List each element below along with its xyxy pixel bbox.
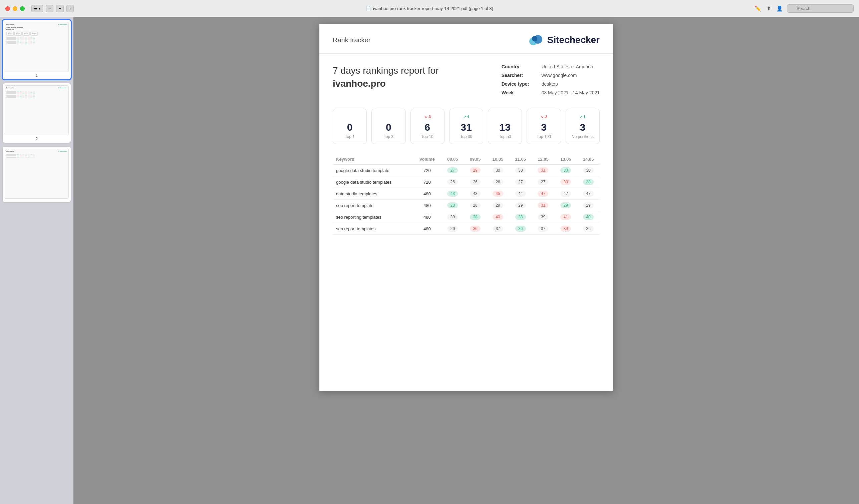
stat-card-top3: 0 Top 3 (372, 109, 406, 144)
week-value: 08 May 2021 - 14 May 2021 (542, 90, 600, 95)
zoom-in-button[interactable]: + (56, 5, 64, 12)
meta-searcher-row: Searcher: www.google.com (501, 73, 600, 78)
page-3-thumbnail: Rank tracker ✦ Sitechecker (5, 149, 69, 199)
cell-keyword: seo reporting templates (333, 211, 413, 223)
cell-value: 39 (554, 223, 577, 235)
close-button[interactable] (5, 6, 10, 11)
cell-keyword: data studio templates (333, 188, 413, 200)
profile-button[interactable]: 👤 (775, 4, 784, 13)
cell-value: 39 (532, 211, 555, 223)
col-1005: 10.05 (486, 154, 509, 165)
arrow-up-icon: ↗ (463, 115, 466, 119)
pdf-viewer[interactable]: Rank tracker Sitechecker 7 days (73, 17, 859, 504)
cell-value: 47 (554, 188, 577, 200)
cell-volume: 480 (413, 188, 441, 200)
meta-country-row: Country: United States of America (501, 64, 600, 69)
cell-value: 26 (441, 223, 464, 235)
col-0905: 09.05 (464, 154, 486, 165)
table-row: data studio templates48043434544474747 (333, 188, 600, 200)
cell-volume: 720 (413, 165, 441, 176)
pdf-page-1: Rank tracker Sitechecker 7 days (319, 24, 613, 391)
table-row: seo report template48028282929312929 (333, 200, 600, 211)
cell-value: 39 (577, 223, 600, 235)
stat-number-top100: 3 (531, 122, 556, 133)
cell-value: 28 (577, 176, 600, 188)
cell-keyword: google data studio template (333, 165, 413, 176)
arrow-up-icon-2: ↗ (580, 115, 583, 119)
stat-badge-value-nopos: 1 (583, 115, 585, 119)
cell-value: 30 (554, 165, 577, 176)
page-content: 7 days rankings report for ivanhoe.pro C… (319, 54, 613, 245)
report-meta: Country: United States of America Search… (501, 64, 600, 99)
toolbar-right: ✏️ ⬆ 👤 🔍 (753, 4, 854, 13)
searcher-label: Searcher: (501, 73, 535, 78)
cell-value: 30 (486, 165, 509, 176)
cell-keyword: seo report templates (333, 223, 413, 235)
cell-value: 40 (577, 211, 600, 223)
search-container: 🔍 (787, 4, 854, 13)
stat-number-top3: 0 (376, 122, 401, 133)
svg-point-2 (532, 36, 537, 41)
report-heading: 7 days rankings report for ivanhoe.pro (333, 64, 439, 90)
cell-value: 43 (464, 188, 486, 200)
report-heading-block: 7 days rankings report for ivanhoe.pro (333, 64, 439, 90)
sitechecker-logo-text: Sitechecker (547, 35, 600, 45)
stat-badge-top50 (492, 114, 517, 120)
maximize-button[interactable] (20, 6, 25, 11)
sidebar-page-num-1: 1 (5, 73, 69, 77)
cell-value: 45 (486, 188, 509, 200)
share-sheet-button[interactable]: ⬆ (765, 4, 772, 13)
stat-label-top50: Top 50 (492, 134, 517, 139)
stat-label-top3: Top 3 (376, 134, 401, 139)
cell-value: 43 (441, 188, 464, 200)
cell-value: 36 (509, 223, 532, 235)
device-value: desktop (542, 81, 558, 86)
cell-value: 30 (554, 176, 577, 188)
sitechecker-logo: Sitechecker (527, 33, 600, 47)
col-1205: 12.05 (532, 154, 555, 165)
cell-value: 29 (486, 200, 509, 211)
stat-badge-top3 (376, 114, 401, 120)
minimize-button[interactable] (13, 6, 17, 11)
cell-keyword: seo report template (333, 200, 413, 211)
sidebar-page-2[interactable]: Rank tracker ✦ Sitechecker (3, 83, 71, 143)
stat-number-top10: 6 (415, 122, 440, 133)
cell-volume: 720 (413, 176, 441, 188)
sidebar-page-1[interactable]: Rank tracker ✦ Sitechecker 7 days rankin… (3, 20, 71, 79)
table-row: seo report templates48026363736373939 (333, 223, 600, 235)
search-input[interactable] (787, 4, 854, 13)
stat-number-top30: 31 (453, 122, 479, 133)
stat-badge-value-top30: 4 (467, 115, 469, 119)
zoom-out-button[interactable]: − (46, 5, 54, 12)
rank-tracker-title: Rank tracker (333, 36, 371, 44)
stat-card-top1: 0 Top 1 (333, 109, 367, 144)
share-button[interactable]: ↑ (66, 5, 74, 12)
zoom-out-icon: − (48, 6, 51, 11)
page-2-thumbnail: Rank tracker ✦ Sitechecker (5, 85, 69, 135)
annotate-button[interactable]: ✏️ (753, 4, 763, 13)
cell-value: 26 (464, 176, 486, 188)
cell-volume: 480 (413, 200, 441, 211)
report-heading-line1: 7 days rankings report for (333, 65, 439, 76)
window-title-area: 📄 ivanhoe.pro-rank-tracker-report-may-14… (366, 6, 493, 11)
stat-number-nopos: 3 (570, 122, 596, 133)
searcher-value: www.google.com (542, 73, 577, 78)
page-header: Rank tracker Sitechecker (319, 24, 613, 54)
sidebar-page-3[interactable]: Rank tracker ✦ Sitechecker (3, 147, 71, 202)
arrow-down-icon-2: ↘ (540, 115, 543, 119)
cell-value: 27 (509, 176, 532, 188)
cell-value: 29 (509, 200, 532, 211)
table-header: Keyword Volume 08.05 09.05 10.05 11.05 1… (333, 154, 600, 165)
device-label: Device type: (501, 81, 535, 86)
stat-badge-top1 (337, 114, 362, 120)
sidebar-toggle-button[interactable]: ☰ ▾ (31, 5, 43, 12)
stat-number-top50: 13 (492, 122, 517, 133)
table-body: google data studio template7202729303031… (333, 165, 600, 235)
stats-row: 0 Top 1 0 Top 3 ↘ -3 (333, 109, 600, 144)
keyword-table: Keyword Volume 08.05 09.05 10.05 11.05 1… (333, 154, 600, 235)
col-keyword: Keyword (333, 154, 413, 165)
cell-value: 47 (577, 188, 600, 200)
stat-label-top30: Top 30 (453, 134, 479, 139)
zoom-in-icon: + (59, 6, 61, 11)
stat-badge-top10: ↘ -3 (415, 114, 440, 120)
